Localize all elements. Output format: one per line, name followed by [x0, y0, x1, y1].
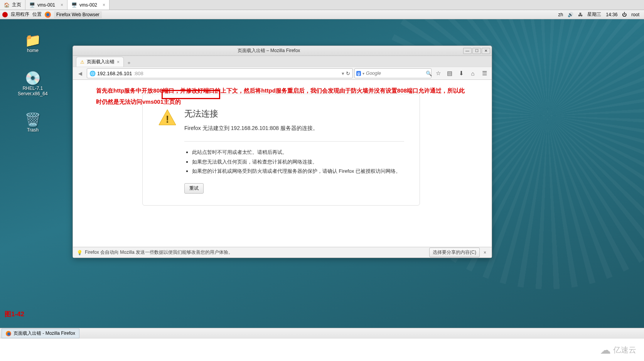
svg-text:!: !	[166, 113, 169, 125]
divider	[184, 141, 404, 142]
places-menu[interactable]: 位置	[32, 11, 42, 18]
input-method-indicator[interactable]: zh	[558, 12, 563, 17]
browser-toolbar: ◀ 🌐 192.168.26.101:808 ▾ ↻ g ▾ 🔍 ☆ ▤ ⬇ ⌂…	[73, 67, 492, 80]
window-minimize-button[interactable]: —	[463, 48, 472, 54]
cloud-icon: ☁	[600, 344, 611, 356]
page-footer: ☁ 亿速云	[0, 339, 644, 361]
close-icon[interactable]: ×	[61, 2, 63, 8]
disc-icon: 💿	[15, 70, 50, 86]
reload-icon[interactable]: ↻	[346, 71, 350, 76]
browser-tab[interactable]: ⚠ 页面载入出错 ×	[76, 57, 124, 67]
error-subtitle: Firefox 无法建立到 192.168.26.101:808 服务器的连接。	[184, 125, 404, 132]
close-tab-icon[interactable]: ×	[117, 59, 120, 65]
clock-time[interactable]: 14:36	[606, 12, 617, 17]
applications-menu[interactable]: 应用程序	[11, 11, 29, 18]
window-maximize-button[interactable]: ☐	[472, 48, 481, 54]
url-host: 192.168.26.101	[97, 71, 132, 76]
host-tab-label: 主页	[12, 2, 21, 8]
search-icon[interactable]: 🔍	[426, 71, 432, 76]
globe-icon: 🌐	[89, 71, 96, 76]
search-box[interactable]: g ▾ 🔍	[354, 68, 432, 78]
menu-icon[interactable]: ☰	[479, 70, 489, 77]
desktop-icon-label: RHEL-7.1 Server.x86_64	[15, 86, 50, 96]
search-dropdown-icon[interactable]: ▾	[362, 71, 364, 76]
vm-icon: 🖥️	[29, 2, 35, 8]
host-tab-vms001[interactable]: 🖥️ vms-001 ×	[25, 0, 67, 10]
search-input[interactable]	[366, 71, 424, 76]
taskbar-item-label: 页面载入出错 - Mozilla Firefox	[13, 330, 75, 337]
desktop-icon-label: home	[15, 48, 50, 53]
error-suggestion: 如果您无法载入任何页面，请检查您计算机的网络连接。	[192, 157, 404, 167]
desktop-icon-home[interactable]: 📁 home	[15, 32, 50, 53]
watermark-text: 亿速云	[613, 345, 636, 355]
share-content-button[interactable]: 选择要分享的内容(C)	[429, 248, 480, 257]
volume-icon[interactable]: 🔊	[568, 12, 573, 17]
host-tab-bar: 🏠 主页 🖥️ vms-001 × 🖥️ vms-002 ×	[0, 0, 644, 10]
error-page-container: ! 无法连接 Firefox 无法建立到 192.168.26.101:808 …	[142, 94, 420, 206]
browser-tab-title: 页面载入出错	[87, 59, 115, 65]
yisu-watermark: ☁ 亿速云	[600, 344, 636, 356]
dismiss-status-icon[interactable]: ×	[482, 250, 488, 255]
host-tab-label: vms-002	[79, 2, 97, 8]
desktop-icon-label: Trash	[15, 127, 50, 133]
error-title: 无法连接	[184, 108, 404, 120]
url-port: :808	[133, 71, 143, 76]
trash-icon: 🗑️	[15, 112, 50, 127]
browser-status-bar: 💡 Firefox 会自动向 Mozilla 发送一些数据以便我们能够改善您的用…	[73, 247, 492, 258]
redhat-logo-icon	[2, 12, 8, 17]
bookmarks-list-icon[interactable]: ▤	[445, 70, 455, 77]
user-menu[interactable]: root	[631, 12, 639, 17]
window-titlebar[interactable]: 页面载入出错 – Mozilla Firefox — ☐ ✕	[73, 46, 492, 56]
host-tab-home[interactable]: 🏠 主页	[0, 0, 25, 10]
close-icon[interactable]: ×	[103, 2, 105, 8]
browser-content: 首先在http服务中开放808端口，并修改好端口的上下文，然后将httpd服务重…	[73, 80, 492, 247]
error-suggestion: 如果您的计算机或网络受到防火墙或者代理服务器的保护，请确认 Firefox 已被…	[192, 167, 404, 176]
firefox-window: 页面载入出错 – Mozilla Firefox — ☐ ✕ ⚠ 页面载入出错 …	[72, 46, 492, 258]
folder-home-icon: 📁	[15, 32, 50, 48]
address-input[interactable]	[145, 71, 340, 76]
lightbulb-icon: 💡	[77, 250, 83, 255]
home-icon[interactable]: ⌂	[468, 70, 478, 77]
history-dropdown-icon[interactable]: ▾	[342, 71, 344, 76]
status-message: Firefox 会自动向 Mozilla 发送一些数据以便我们能够改善您的用户体…	[85, 249, 233, 256]
host-tab-label: vms-001	[37, 2, 55, 8]
error-suggestions-list: 此站点暂时不可用或者太忙。请稍后再试。 如果您无法载入任何页面，请检查您计算机的…	[184, 148, 404, 176]
instruction-annotation: 首先在http服务中开放808端口，并修改好端口的上下文，然后将httpd服务重…	[96, 85, 469, 107]
google-icon: g	[356, 71, 361, 76]
address-bar[interactable]: 🌐 192.168.26.101:808 ▾ ↻	[87, 68, 353, 78]
desktop[interactable]: 📁 home 💿 RHEL-7.1 Server.x86_64 🗑️ Trash…	[0, 19, 644, 361]
warning-triangle-icon: !	[158, 108, 177, 127]
window-close-button[interactable]: ✕	[482, 48, 490, 54]
back-button[interactable]: ◀	[75, 68, 85, 78]
warning-icon: ⚠	[80, 59, 84, 65]
gnome-top-panel: 应用程序 位置 Firefox Web Browser zh 🔊 🖧 星期三 1…	[0, 10, 644, 19]
gnome-bottom-taskbar: 页面载入出错 - Mozilla Firefox	[0, 328, 644, 339]
desktop-icon-media[interactable]: 💿 RHEL-7.1 Server.x86_64	[15, 70, 50, 96]
browser-tab-strip: ⚠ 页面载入出错 × ＋	[73, 56, 492, 67]
clock-day[interactable]: 星期三	[587, 11, 601, 18]
figure-label: 图1-42	[5, 310, 24, 319]
new-tab-button[interactable]: ＋	[125, 59, 133, 67]
host-tab-vms002[interactable]: 🖥️ vms-002 ×	[67, 0, 110, 10]
home-icon: 🏠	[4, 2, 10, 8]
retry-button[interactable]: 重试	[184, 183, 204, 194]
taskbar-item-firefox[interactable]: 页面载入出错 - Mozilla Firefox	[2, 329, 79, 338]
network-icon[interactable]: 🖧	[578, 12, 583, 17]
desktop-icon-trash[interactable]: 🗑️ Trash	[15, 112, 50, 133]
error-suggestion: 此站点暂时不可用或者太忙。请稍后再试。	[192, 148, 404, 157]
power-icon[interactable]: ⏻	[622, 12, 627, 17]
vm-icon: 🖥️	[71, 2, 77, 8]
firefox-icon	[6, 331, 11, 336]
firefox-icon[interactable]	[45, 12, 51, 18]
active-app-label: Firefox Web Browser	[54, 11, 102, 18]
window-title: 页面载入出错 – Mozilla Firefox	[74, 47, 463, 54]
bookmark-star-icon[interactable]: ☆	[433, 70, 443, 77]
downloads-icon[interactable]: ⬇	[456, 70, 466, 77]
